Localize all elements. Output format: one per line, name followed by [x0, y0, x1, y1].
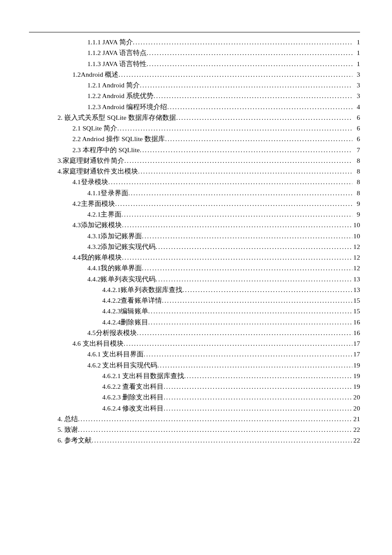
toc-leader-dots: ........................................…: [165, 133, 352, 144]
toc-entry[interactable]: 3.家庭理财通软件简介.............................…: [29, 155, 360, 166]
toc-leader-dots: ........................................…: [124, 338, 352, 349]
toc-entry-page: 6: [352, 133, 360, 144]
toc-entry[interactable]: 1.2Android 概述...........................…: [29, 69, 360, 80]
toc-entry[interactable]: 2.2 Andriod 操作 SQLlite 数据库..............…: [29, 133, 360, 144]
toc-leader-dots: ........................................…: [144, 349, 352, 359]
toc-entry-label: 1.2.3 Android 编程环境介绍: [87, 101, 167, 112]
toc-entry[interactable]: 4.2.1主界面................................…: [29, 209, 360, 220]
toc-leader-dots: ........................................…: [115, 198, 352, 209]
toc-entry[interactable]: 1.2.1 Android 简介........................…: [29, 80, 360, 90]
toc-entry-page: 13: [352, 284, 360, 295]
toc-entry-page: 16: [352, 317, 360, 327]
toc-entry-label: 4.6.2.2 查看支出科目: [102, 381, 164, 392]
toc-entry-label: 4.4.2账单列表实现代码: [87, 274, 156, 284]
toc-leader-dots: ........................................…: [118, 69, 352, 80]
toc-leader-dots: ........................................…: [164, 403, 352, 413]
toc-entry-page: 17: [352, 338, 360, 349]
toc-entry[interactable]: 1.1.3 JAVA 语言特性.........................…: [29, 58, 360, 69]
toc-entry-label: 4.2.1主界面: [87, 209, 121, 220]
toc-entry[interactable]: 5. 致谢...................................…: [29, 424, 360, 435]
toc-entry[interactable]: 4.4.2.2查看账单详情...........................…: [29, 295, 360, 306]
toc-entry[interactable]: 4.2主界面模块................................…: [29, 198, 360, 209]
toc-leader-dots: ........................................…: [156, 274, 352, 284]
toc-entry[interactable]: 4.4.2.1账单列表数据库查找........................…: [29, 284, 360, 295]
toc-entry[interactable]: 4.6 支出科目模块..............................…: [29, 338, 360, 349]
toc-entry[interactable]: 1.1.1 JAVA 简介...........................…: [29, 37, 360, 47]
toc-entry[interactable]: 4.6.2.4 修改支出科目..........................…: [29, 403, 360, 413]
toc-leader-dots: ........................................…: [133, 37, 352, 47]
toc-entry[interactable]: 4.5分析报表模块...............................…: [29, 327, 360, 338]
toc-entry[interactable]: 4.6.2.3 删除支出科目..........................…: [29, 392, 360, 402]
toc-entry-label: 4.6.2 支出科目实现代码: [87, 360, 157, 370]
toc-entry-label: 1.1.2 JAVA 语言特点: [87, 47, 147, 58]
toc-entry-page: 10: [352, 220, 360, 230]
toc-entry-label: 4.5分析报表模块: [87, 327, 137, 338]
toc-entry-label: 4.2主界面模块: [72, 198, 115, 209]
toc-entry[interactable]: 4.4.2.3编辑账单.............................…: [29, 306, 360, 316]
toc-entry-label: 6. 参考文献: [58, 435, 92, 445]
toc-leader-dots: ........................................…: [138, 166, 352, 176]
toc-entry-label: 4.6.1 支出科目界面: [87, 349, 144, 359]
toc-entry-page: 19: [352, 360, 360, 370]
toc-entry[interactable]: 4.6.2 支出科目实现代码..........................…: [29, 360, 360, 370]
toc-leader-dots: ........................................…: [124, 155, 352, 166]
toc-entry-page: 19: [352, 370, 360, 381]
toc-entry-label: 2.3 本程序中的 SQLlite: [72, 145, 140, 155]
toc-leader-dots: ........................................…: [156, 241, 352, 252]
toc-entry-page: 1: [352, 58, 360, 69]
toc-leader-dots: ........................................…: [78, 424, 352, 435]
toc-entry[interactable]: 4.6.1 支出科目界面............................…: [29, 349, 360, 359]
toc-entry[interactable]: 4. 总结...................................…: [29, 413, 360, 424]
toc-entry[interactable]: 4.1登录模块.................................…: [29, 176, 360, 187]
toc-leader-dots: ........................................…: [137, 327, 352, 338]
toc-entry[interactable]: 4.3添加记账模块...............................…: [29, 220, 360, 230]
header-rule: [29, 32, 360, 32]
toc-entry-page: 6: [352, 112, 360, 123]
toc-entry-label: 4.1.1登录界面: [87, 188, 128, 198]
toc-entry[interactable]: 4.4.1我的账单界面.............................…: [29, 263, 360, 273]
toc-entry-label: 4.6.2.4 修改支出科目: [102, 403, 164, 413]
toc-entry-label: 4.家庭理财通软件支出模块: [58, 166, 138, 176]
toc-entry-label: 1.1.3 JAVA 语言特性: [87, 58, 147, 69]
toc-leader-dots: ........................................…: [147, 58, 352, 69]
toc-entry[interactable]: 6. 参考文献.................................…: [29, 435, 360, 445]
toc-leader-dots: ........................................…: [108, 176, 352, 187]
toc-entry-page: 15: [352, 295, 360, 306]
toc-leader-dots: ........................................…: [140, 145, 352, 155]
toc-entry-label: 4.4.1我的账单界面: [87, 263, 142, 273]
toc-entry-page: 22: [352, 424, 360, 435]
toc-entry[interactable]: 4.4.2.4删除账目.............................…: [29, 317, 360, 327]
toc-leader-dots: ........................................…: [92, 435, 352, 445]
toc-entry[interactable]: 4.家庭理财通软件支出模块...........................…: [29, 166, 360, 176]
toc-entry[interactable]: 4.3.1添加记账界面.............................…: [29, 231, 360, 241]
toc-entry[interactable]: 4.4.2账单列表实现代码...........................…: [29, 274, 360, 284]
toc-entry[interactable]: 2. 嵌入式关系型 SQLite 数据库存储数据................…: [29, 112, 360, 123]
toc-leader-dots: ........................................…: [153, 90, 352, 101]
toc-leader-dots: ........................................…: [176, 112, 352, 123]
toc-entry[interactable]: 4.3.2添加记账实现代码...........................…: [29, 241, 360, 252]
toc-entry[interactable]: 1.2.2 Android 系统优势......................…: [29, 90, 360, 101]
toc-entry[interactable]: 2.1 SQLite 简介...........................…: [29, 123, 360, 133]
toc-entry-label: 3.家庭理财通软件简介: [58, 155, 124, 166]
toc-entry-label: 4.4.2.3编辑账单: [102, 306, 148, 316]
toc-entry[interactable]: 4.6.2.2 查看支出科目..........................…: [29, 381, 360, 392]
toc-entry[interactable]: 1.2.3 Android 编程环境介绍....................…: [29, 101, 360, 112]
toc-entry-page: 3: [352, 80, 360, 90]
toc-entry-page: 21: [352, 413, 360, 424]
toc-entry[interactable]: 1.1.2 JAVA 语言特点.........................…: [29, 47, 360, 58]
toc-entry-page: 17: [352, 349, 360, 359]
toc-entry[interactable]: 4.4我的账单模块...............................…: [29, 252, 360, 263]
toc-leader-dots: ........................................…: [148, 317, 352, 327]
toc-entry-page: 4: [352, 101, 360, 112]
toc-entry-label: 4.4我的账单模块: [72, 252, 122, 263]
toc-leader-dots: ........................................…: [167, 101, 352, 112]
toc-entry[interactable]: 4.1.1登录界面...............................…: [29, 188, 360, 198]
toc-entry[interactable]: 2.3 本程序中的 SQLlite.......................…: [29, 145, 360, 155]
toc-leader-dots: ........................................…: [140, 80, 352, 90]
toc-entry-label: 4.3添加记账模块: [72, 220, 122, 230]
toc-leader-dots: ........................................…: [78, 413, 352, 424]
toc-entry[interactable]: 4.6.2.1 支出科目数据库查找.......................…: [29, 370, 360, 381]
toc-entry-page: 8: [352, 176, 360, 187]
toc-entry-label: 1.2Android 概述: [72, 69, 118, 80]
toc-entry-label: 2.2 Andriod 操作 SQLlite 数据库: [72, 133, 165, 144]
